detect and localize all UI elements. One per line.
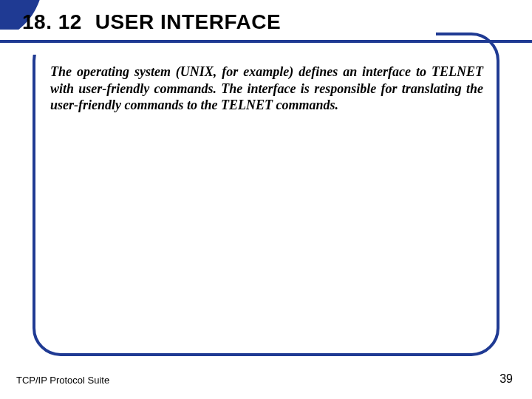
section-heading: USER INTERFACE xyxy=(95,10,281,33)
footer-source: TCP/IP Protocol Suite xyxy=(16,375,109,386)
section-number: 18. 12 xyxy=(22,10,82,33)
slide-title: 18. 12USER INTERFACE xyxy=(22,10,281,34)
page-number: 39 xyxy=(499,372,513,386)
title-underline xyxy=(0,40,532,43)
slide-body-paragraph: The operating system (UNIX, for example)… xyxy=(50,64,483,114)
slide-title-area: 18. 12USER INTERFACE xyxy=(22,10,281,34)
